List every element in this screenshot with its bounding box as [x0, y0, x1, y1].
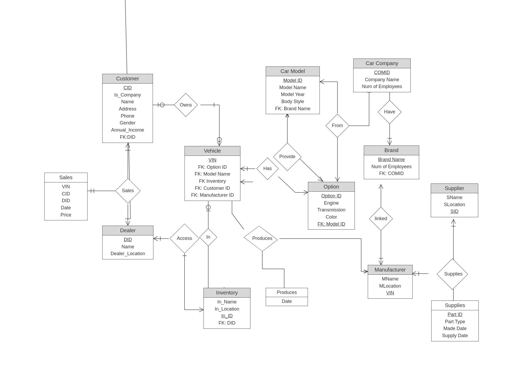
attr: Company Name	[365, 77, 399, 83]
attr: Brand Name	[378, 157, 405, 162]
entity-supplier: Supplier SName SLocation SID	[431, 183, 478, 217]
attr: MLocation	[379, 283, 401, 289]
attr: Address	[119, 106, 136, 112]
attr: Num of Employees	[362, 84, 402, 89]
entity-title: Dealer	[103, 226, 153, 235]
attr: FK: Model Name	[195, 171, 230, 177]
attr: FK Inventory	[199, 178, 226, 184]
entity-title: Car Model	[266, 67, 320, 76]
attr: Option ID	[321, 193, 341, 199]
attr: FK: COMID	[379, 171, 404, 176]
attr: SID	[451, 209, 458, 214]
attr: Supply Date	[442, 333, 468, 338]
attr: In_ID	[221, 313, 233, 319]
entity-option: Option Option ID Engine Transmission Col…	[308, 182, 355, 230]
attr: FK: Manufacturer ID	[191, 192, 234, 198]
entity-title: Supplies	[432, 301, 478, 310]
attr: FK: Option ID	[198, 164, 227, 170]
attr: Part ID	[448, 312, 462, 317]
attr: Model Name	[279, 85, 306, 90]
entity-title: Car Company	[354, 59, 410, 68]
attr: Price	[60, 212, 71, 218]
attr: Name	[122, 244, 134, 250]
attr: Phone	[121, 113, 134, 119]
attr: MName	[382, 276, 398, 282]
rel-attr-row: Date	[266, 297, 308, 306]
entity-sales: Sales VIN CID DID Date Price	[44, 173, 88, 220]
attr: FK: Model ID	[317, 221, 345, 227]
entity-supplies: Supplies Part ID Part Type Made Date Sup…	[431, 301, 479, 341]
attr: CID	[62, 191, 70, 197]
svg-line-35	[299, 158, 323, 181]
entity-title: Vehicle	[185, 146, 240, 156]
attr: Color	[326, 214, 337, 220]
attr: SLocation	[444, 202, 465, 207]
attr: DID	[124, 237, 132, 243]
attr: In_Name	[217, 299, 236, 305]
entity-title: Manufacturer	[368, 265, 412, 275]
entity-customer: Customer CID Is_Company Name Address Pho…	[102, 74, 153, 143]
attr: VIN	[62, 184, 70, 190]
er-diagram: Customer CID Is_Company Name Address Pho…	[0, 0, 532, 392]
entity-title: Option	[308, 182, 355, 192]
entity-title: Brand	[364, 146, 419, 155]
attr: In_Location	[215, 306, 239, 312]
attr: VIN	[386, 290, 394, 296]
attr: Num of Employees	[371, 164, 412, 170]
attr: FK: Customer ID	[195, 186, 230, 191]
entity-manufacturer: Manufacturer MName MLocation VIN	[368, 265, 413, 299]
attr: COMID	[374, 70, 390, 75]
attr: Annual_Income	[111, 127, 144, 133]
attr: Engine	[324, 200, 339, 206]
attr: Transmission	[317, 207, 345, 213]
attr: FK: Brand Name	[275, 106, 310, 112]
attr: FK: DID	[219, 320, 235, 326]
attr: Body Style	[281, 99, 304, 104]
entity-dealer: Dealer DID Name Dealer_Location	[102, 226, 153, 259]
entity-title: Supplier	[431, 184, 478, 193]
attr: Date	[61, 205, 71, 211]
entity-car-model: Car Model Model ID Model Name Model Year…	[266, 66, 320, 114]
svg-line-37	[232, 214, 244, 229]
attr: Made Date	[443, 326, 467, 331]
attr: VIN	[209, 157, 216, 163]
attr: Part Type	[445, 319, 465, 325]
attr: Model Year	[281, 92, 304, 97]
entity-vehicle: Vehicle VIN FK: Option ID FK: Model Name…	[185, 146, 240, 201]
entity-brand: Brand Brand Name Num of Employees FK: CO…	[364, 146, 419, 179]
attr: Model ID	[283, 78, 302, 83]
entity-title: Inventory	[204, 288, 250, 298]
attr: CID	[124, 85, 132, 91]
attr: Is_Company	[114, 92, 141, 98]
attr: Dealer_Location	[110, 251, 145, 257]
attr: DID	[62, 198, 70, 204]
attr: SName	[447, 195, 462, 200]
rel-attr-title: Produces	[266, 288, 308, 297]
entity-title: Sales	[45, 173, 87, 182]
attr: Name	[121, 99, 134, 105]
attr: FK:DID	[120, 134, 135, 140]
svg-line-31	[278, 177, 295, 192]
entity-title: Customer	[103, 74, 153, 84]
entity-car-company: Car Company COMID Company Name Num of Em…	[353, 59, 411, 92]
attr: Gender	[120, 120, 136, 126]
entity-inventory: Inventory In_Name In_Location In_ID FK: …	[204, 288, 250, 329]
rel-attr-produces: Produces Date	[266, 288, 308, 306]
